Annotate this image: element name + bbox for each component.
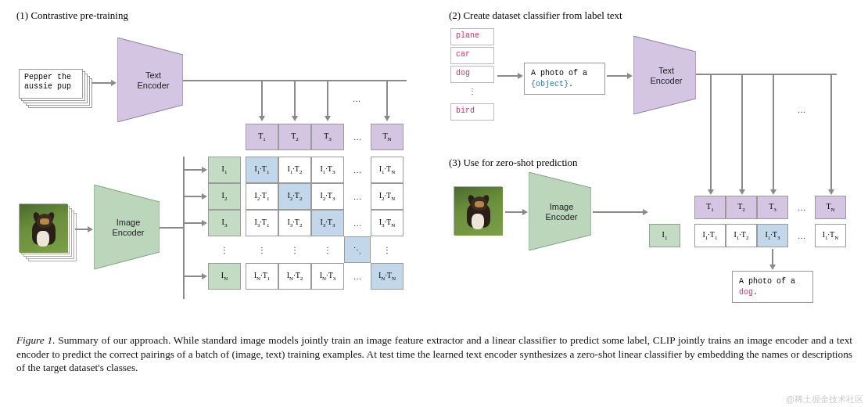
matrix-cell: IN·T3 (311, 263, 344, 290)
arrow-line (92, 82, 113, 84)
arrow-line (773, 74, 774, 191)
matrix-cell: I3·T1 (246, 210, 278, 236)
class-label: bird (450, 103, 494, 121)
image-encoder-label: Image Encoder (106, 218, 150, 238)
matrix-cell-diag: I1·T1 (246, 157, 278, 183)
arrow-line (183, 169, 202, 171)
t-header-cell: T1 (694, 196, 726, 219)
matrix-cell-diag: I2·T2 (278, 183, 311, 210)
arrow-line (183, 157, 185, 299)
matrix-cell: I2·TN (371, 183, 404, 210)
matrix-ellipsis: … (344, 210, 371, 236)
arrow-line (830, 74, 832, 191)
t-header-cell: TN (371, 124, 404, 150)
matrix-cell: I2·T1 (246, 183, 278, 210)
i-header-cell: I3 (208, 210, 241, 236)
arrow-line (505, 211, 524, 213)
t-header-cell: T3 (311, 124, 344, 150)
arrow-head-icon (111, 80, 117, 86)
section-2-title: (2) Create dataset classifier from label… (449, 9, 622, 22)
class-label: dog (450, 66, 494, 83)
image-encoder-label: Image Encoder (541, 202, 582, 222)
t-header-cell: TN (815, 196, 846, 219)
arrow-head-icon (292, 116, 298, 121)
matrix-cell: IN·T2 (278, 263, 311, 290)
arrow-head-icon (518, 73, 523, 79)
dog-photo-icon (454, 187, 503, 236)
i-header-cell: I2 (208, 183, 241, 210)
caption-card: Pepper the aussie pup (19, 69, 83, 99)
matrix-cell: I1·T2 (278, 157, 311, 183)
matrix-cell: I1·T3 (311, 157, 344, 183)
text-encoder-label: Text Encoder (131, 70, 175, 91)
matrix-cell-best: I1·T3 (757, 224, 788, 247)
i-header-cell: I1 (208, 157, 241, 183)
watermark: @稀土掘金技术社区 (786, 394, 863, 405)
arrow-head-icon (643, 209, 648, 215)
matrix-ellipsis: … (344, 183, 371, 210)
class-label-ellipsis: ⋮ (450, 85, 494, 102)
matrix-cell: I1·TN (371, 157, 404, 183)
arrow-line (183, 196, 202, 197)
arrow-head-icon (708, 189, 714, 195)
arrow-line (497, 75, 519, 77)
arrow-head-icon (202, 193, 207, 200)
t-header-ellipsis: … (344, 124, 371, 150)
t-header-cell: T2 (278, 124, 311, 150)
matrix-cell-diag: I3·T3 (311, 210, 344, 236)
arrow-line (710, 74, 712, 191)
arrow-line (327, 80, 328, 117)
arrow-head-icon (259, 116, 265, 121)
arrow-head-icon (627, 73, 633, 79)
dog-photo-icon (20, 204, 68, 253)
prediction-result-box: A photo of a dog. (732, 271, 813, 303)
arrow-head-icon (325, 116, 331, 121)
matrix-ellipsis: … (344, 263, 371, 290)
arrow-line (741, 74, 743, 191)
matrix-ellipsis: ⋮ (278, 236, 311, 263)
arrow-head-icon (88, 226, 93, 232)
prompt-template-box: A photo of a {object}. (524, 63, 605, 95)
sample-image (19, 204, 67, 252)
matrix-cell-diag: IN·TN (371, 263, 404, 290)
section-3-title: (3) Use for zero-shot prediction (449, 157, 578, 169)
arrow-head-icon (202, 273, 207, 279)
arrow-head-icon (384, 116, 390, 121)
i-header-cell: IN (208, 263, 241, 290)
arrow-line (160, 227, 183, 229)
arrow-head-icon (769, 265, 776, 270)
arrow-line (183, 222, 202, 224)
arrow-head-icon (522, 209, 528, 215)
class-label: plane (450, 28, 494, 45)
i-header-cell: I1 (649, 224, 680, 247)
matrix-cell: I2·T3 (311, 183, 344, 210)
matrix-cell: I3·TN (371, 210, 404, 236)
i-header-ellipsis: ⋮ (208, 236, 241, 263)
matrix-ellipsis: ⋮ (246, 236, 278, 263)
text-encoder-label: Text Encoder (646, 66, 687, 86)
arrow-head-icon (828, 189, 834, 195)
ellipsis: … (790, 102, 813, 117)
matrix-cell: I1·T1 (694, 224, 726, 247)
arrow-line (294, 80, 296, 117)
matrix-ellipsis: … (788, 224, 815, 247)
section-1-title: (1) Contrastive pre-training (16, 9, 128, 22)
arrow-line (386, 80, 388, 117)
arrow-head-icon (770, 189, 777, 195)
matrix-ellipsis: … (344, 157, 371, 183)
arrow-line (696, 74, 837, 75)
matrix-cell: I1·TN (815, 224, 846, 247)
arrow-head-icon (739, 189, 745, 195)
caption-card-stack: Pepper the aussie pup (19, 69, 92, 108)
matrix-cell: I3·T2 (278, 210, 311, 236)
arrow-line (607, 75, 629, 77)
matrix-ellipsis: ⋮ (311, 236, 344, 263)
ellipsis: … (349, 91, 364, 106)
arrow-head-icon (202, 220, 207, 226)
matrix-ellipsis: ⋮ (371, 236, 404, 263)
t-header-cell: T3 (757, 196, 788, 219)
figure-caption: Figure 1. Summary of our approach. While… (16, 333, 852, 375)
class-label-list: plane car dog ⋮ bird (450, 28, 494, 122)
class-label: car (450, 47, 494, 64)
matrix-cell-diag: ⋱ (344, 236, 371, 263)
